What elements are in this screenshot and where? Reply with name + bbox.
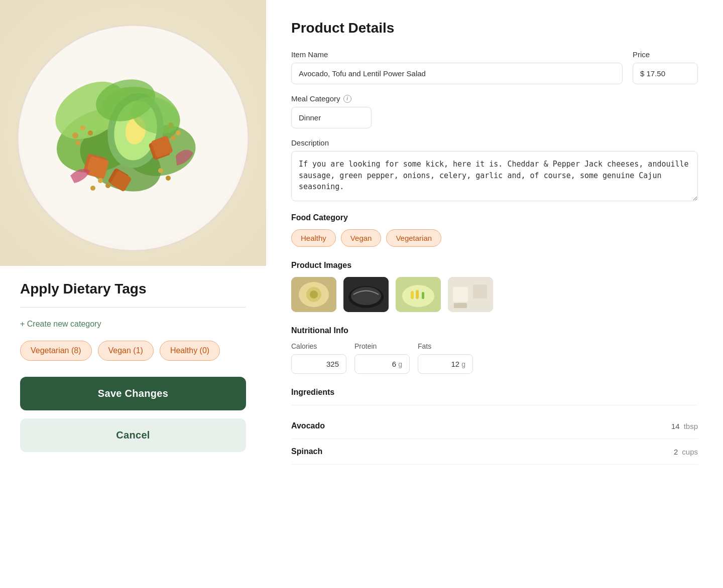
protein-field: Protein 6 g xyxy=(354,342,410,374)
fats-value: 12 xyxy=(451,360,460,368)
food-category-tags: Healthy Vegan Vegetarian xyxy=(291,229,698,247)
svg-point-37 xyxy=(351,287,381,305)
food-tag-vegan[interactable]: Vegan xyxy=(341,229,382,247)
protein-value: 6 xyxy=(392,360,396,368)
calories-field: Calories 325 xyxy=(291,342,346,374)
fats-label: Fats xyxy=(418,342,473,350)
product-images-section: Product Images xyxy=(291,261,698,312)
nutritional-section: Nutritional Info Calories 325 Protein 6 … xyxy=(291,326,698,374)
ingredient-row-spinach: Spinach 2 cups xyxy=(291,439,698,465)
ingredient-qty-avocado: 14 xyxy=(671,422,680,430)
ingredients-divider xyxy=(291,405,698,405)
food-tag-vegetarian[interactable]: Vegetarian xyxy=(386,229,441,247)
protein-unit: g xyxy=(398,360,402,368)
ingredient-unit-spinach: cups xyxy=(682,448,698,456)
page-title: Product Details xyxy=(291,20,698,36)
fats-input[interactable]: 12 g xyxy=(418,354,473,374)
calories-input[interactable]: 325 xyxy=(291,354,346,374)
ingredient-amount-avocado: 14 tbsp xyxy=(671,422,698,430)
tag-pill-healthy[interactable]: Healthy (0) xyxy=(160,341,220,361)
ingredients-label: Ingredients xyxy=(291,388,698,397)
svg-rect-42 xyxy=(422,292,424,299)
fats-field: Fats 12 g xyxy=(418,342,473,374)
product-hero-image xyxy=(0,0,266,266)
product-image-3[interactable] xyxy=(396,277,441,312)
price-input[interactable] xyxy=(633,63,698,84)
description-group: Description If you are looking for some … xyxy=(291,138,698,201)
nutritional-info-label: Nutritional Info xyxy=(291,326,698,335)
product-images-label: Product Images xyxy=(291,261,698,270)
svg-point-19 xyxy=(88,130,93,135)
svg-point-27 xyxy=(158,168,163,173)
food-category-label: Food Category xyxy=(291,213,698,222)
description-textarea[interactable]: If you are looking for some kick, here i… xyxy=(291,151,698,201)
tag-pills-row: Vegetarian (8) Vegan (1) Healthy (0) xyxy=(20,341,246,361)
tag-pill-vegan[interactable]: Vegan (1) xyxy=(98,341,154,361)
svg-rect-40 xyxy=(411,291,414,299)
fats-unit: g xyxy=(461,360,465,368)
ingredients-section: Ingredients Avocado 14 tbsp Spinach 2 cu… xyxy=(291,388,698,465)
product-image-1[interactable] xyxy=(291,277,336,312)
svg-point-28 xyxy=(166,176,171,181)
food-category-section: Food Category Healthy Vegan Vegetarian xyxy=(291,213,698,247)
tag-pill-vegetarian[interactable]: Vegetarian (8) xyxy=(20,341,92,361)
ingredient-name-spinach: Spinach xyxy=(291,447,322,456)
meal-category-info-icon: i xyxy=(343,95,351,103)
svg-point-24 xyxy=(98,178,103,183)
svg-point-20 xyxy=(75,140,80,145)
left-panel: Apply Dietary Tags + Create new category… xyxy=(0,0,266,588)
create-category-link[interactable]: + Create new category xyxy=(20,320,101,329)
svg-point-23 xyxy=(171,135,176,140)
meal-category-group: Meal Category i xyxy=(291,94,698,128)
calories-label: Calories xyxy=(291,342,346,350)
protein-label: Protein xyxy=(354,342,410,350)
price-label: Price xyxy=(633,50,698,59)
price-group: Price xyxy=(633,50,698,84)
apply-tags-title: Apply Dietary Tags xyxy=(20,281,246,297)
product-image-4[interactable] xyxy=(448,277,493,312)
product-images-row xyxy=(291,277,698,312)
food-tag-healthy[interactable]: Healthy xyxy=(291,229,336,247)
save-changes-button[interactable]: Save Changes xyxy=(20,377,246,410)
item-name-group: Item Name xyxy=(291,50,623,84)
svg-point-17 xyxy=(72,132,78,138)
ingredient-row-avocado: Avocado 14 tbsp xyxy=(291,413,698,439)
right-panel: Product Details Item Name Price Meal Cat… xyxy=(266,0,723,588)
svg-rect-44 xyxy=(453,287,468,302)
product-image-2[interactable] xyxy=(343,277,389,312)
svg-point-18 xyxy=(80,125,85,130)
svg-point-34 xyxy=(310,290,318,299)
left-content: Apply Dietary Tags + Create new category… xyxy=(0,266,266,467)
item-name-input[interactable] xyxy=(291,63,623,84)
svg-point-26 xyxy=(90,186,95,191)
ingredient-unit-avocado: tbsp xyxy=(684,422,698,430)
svg-rect-45 xyxy=(473,284,487,299)
svg-rect-41 xyxy=(416,290,419,299)
ingredient-qty-spinach: 2 xyxy=(674,448,678,456)
svg-point-25 xyxy=(105,183,110,188)
name-price-row: Item Name Price xyxy=(291,50,698,84)
divider xyxy=(20,307,246,308)
cancel-button[interactable]: Cancel xyxy=(20,418,246,452)
meal-category-label: Meal Category i xyxy=(291,94,698,103)
item-name-label: Item Name xyxy=(291,50,623,59)
ingredient-amount-spinach: 2 cups xyxy=(674,448,698,456)
svg-rect-46 xyxy=(454,303,467,308)
protein-input[interactable]: 6 g xyxy=(354,354,410,374)
nutrition-row: Calories 325 Protein 6 g Fats 12 xyxy=(291,342,698,374)
description-label: Description xyxy=(291,138,698,147)
svg-point-22 xyxy=(176,130,181,135)
ingredient-name-avocado: Avocado xyxy=(291,421,325,430)
meal-category-input[interactable] xyxy=(291,107,372,128)
calories-value: 325 xyxy=(326,360,339,368)
